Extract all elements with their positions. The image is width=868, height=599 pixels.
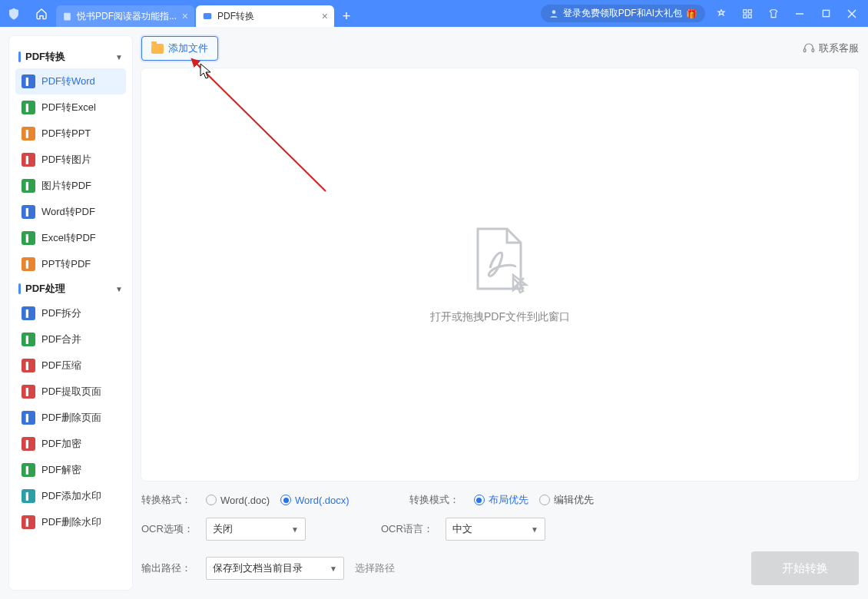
titlebar: 悦书PDF阅读器功能指... × PDF转换 × + 登录免费领取PDF和AI大… bbox=[0, 0, 868, 27]
sidebar-item[interactable]: ▌PDF转PPT bbox=[15, 121, 126, 147]
sidebar-item[interactable]: ▌PDF转图片 bbox=[15, 147, 126, 173]
ocr-option-label: OCR选项： bbox=[141, 522, 195, 536]
extension-icon[interactable] bbox=[710, 4, 733, 23]
sidebar-item-label: PDF转Excel bbox=[41, 101, 96, 114]
promo-text: 登录免费领取PDF和AI大礼包 bbox=[563, 7, 682, 20]
sidebar-item-label: PDF删除页面 bbox=[41, 411, 101, 425]
promo-banner[interactable]: 登录免费领取PDF和AI大礼包 🎁 bbox=[541, 5, 705, 22]
radio-edit-priority[interactable]: 编辑优先 bbox=[539, 493, 594, 507]
sidebar-section-header[interactable]: PDF转换▼ bbox=[15, 45, 126, 68]
sidebar-item-label: Word转PDF bbox=[41, 205, 95, 219]
sidebar-section-header[interactable]: PDF处理▼ bbox=[15, 277, 126, 300]
sidebar: PDF转换▼▌PDF转Word▌PDF转Excel▌PDF转PPT▌PDF转图片… bbox=[9, 36, 132, 590]
chevron-down-icon: ▼ bbox=[330, 564, 337, 573]
tab-close-icon[interactable]: × bbox=[182, 10, 188, 22]
svg-rect-8 bbox=[823, 10, 829, 16]
gift-icon: 🎁 bbox=[686, 8, 697, 19]
sidebar-item-label: PDF合并 bbox=[41, 333, 81, 346]
home-button[interactable] bbox=[30, 4, 53, 23]
sidebar-item[interactable]: ▌PDF删除水印 bbox=[15, 509, 126, 535]
start-convert-button[interactable]: 开始转换 bbox=[751, 551, 859, 585]
svg-rect-5 bbox=[744, 15, 747, 18]
file-type-icon: ▌ bbox=[22, 101, 35, 114]
file-type-icon: ▌ bbox=[22, 385, 35, 399]
folder-icon bbox=[151, 44, 164, 54]
main-panel: 添加文件 联系客服 打开或拖拽PDF文件到此窗口 bbox=[141, 36, 859, 590]
sidebar-item-label: PPT转PDF bbox=[41, 257, 91, 271]
sidebar-item-label: Excel转PDF bbox=[41, 231, 96, 245]
sidebar-item-label: PDF压缩 bbox=[41, 359, 81, 372]
choose-path-link[interactable]: 选择路径 bbox=[355, 561, 395, 575]
tab-bar: 悦书PDF阅读器功能指... × PDF转换 × + bbox=[56, 0, 357, 27]
svg-rect-0 bbox=[64, 12, 71, 20]
contact-support[interactable]: 联系客服 bbox=[803, 41, 859, 55]
file-type-icon: ▌ bbox=[22, 306, 35, 320]
file-type-icon: ▌ bbox=[22, 411, 35, 425]
drop-hint: 打开或拖拽PDF文件到此窗口 bbox=[430, 310, 570, 324]
tab-title: 悦书PDF阅读器功能指... bbox=[77, 10, 177, 23]
sidebar-item[interactable]: ▌PDF合并 bbox=[15, 326, 126, 352]
sidebar-item[interactable]: ▌PDF拆分 bbox=[15, 300, 126, 326]
radio-word-docx[interactable]: Word(.docx) bbox=[280, 495, 350, 506]
sidebar-item-label: PDF拆分 bbox=[41, 306, 81, 320]
apps-icon[interactable] bbox=[736, 4, 759, 23]
tab-pdf-convert[interactable]: PDF转换 × bbox=[196, 5, 334, 27]
ocr-lang-select[interactable]: 中文▼ bbox=[446, 518, 545, 541]
sidebar-item[interactable]: ▌PDF转Word bbox=[15, 68, 126, 94]
chevron-down-icon: ▼ bbox=[291, 525, 299, 534]
sidebar-item[interactable]: ▌Word转PDF bbox=[15, 199, 126, 225]
sidebar-item-label: 图片转PDF bbox=[41, 179, 91, 193]
sidebar-item[interactable]: ▌PDF提取页面 bbox=[15, 379, 126, 405]
sidebar-item[interactable]: ▌PDF压缩 bbox=[15, 352, 126, 379]
add-file-label: 添加文件 bbox=[168, 41, 208, 55]
ocr-option-select[interactable]: 关闭▼ bbox=[206, 518, 306, 541]
file-type-icon: ▌ bbox=[22, 205, 35, 219]
sidebar-item[interactable]: ▌PDF加密 bbox=[15, 431, 126, 457]
file-type-icon: ▌ bbox=[22, 231, 35, 245]
ocr-lang-label: OCR语言： bbox=[381, 522, 435, 536]
new-tab-button[interactable]: + bbox=[336, 5, 357, 27]
sidebar-item-label: PDF添加水印 bbox=[41, 489, 101, 503]
sidebar-item-label: PDF转Word bbox=[41, 74, 95, 88]
mode-label: 转换模式： bbox=[409, 493, 463, 507]
file-type-icon: ▌ bbox=[22, 437, 35, 451]
radio-layout-priority[interactable]: 布局优先 bbox=[474, 493, 528, 507]
sidebar-item[interactable]: ▌PPT转PDF bbox=[15, 251, 126, 277]
skin-icon[interactable] bbox=[762, 4, 785, 23]
sidebar-item[interactable]: ▌PDF删除页面 bbox=[15, 405, 126, 431]
sidebar-item-label: PDF提取页面 bbox=[41, 385, 101, 399]
file-type-icon: ▌ bbox=[22, 489, 35, 503]
close-button[interactable] bbox=[840, 4, 863, 23]
file-type-icon: ▌ bbox=[22, 515, 35, 529]
tab-document[interactable]: 悦书PDF阅读器功能指... × bbox=[56, 5, 194, 27]
pdf-file-icon bbox=[470, 226, 530, 295]
options-form: 转换格式： Word(.doc) Word(.docx) 转换模式： 布局优先 … bbox=[141, 488, 859, 590]
chevron-down-icon: ▼ bbox=[115, 285, 123, 293]
file-type-icon: ▌ bbox=[22, 74, 35, 88]
file-type-icon: ▌ bbox=[22, 127, 35, 141]
support-label: 联系客服 bbox=[819, 41, 859, 55]
sidebar-item[interactable]: ▌图片转PDF bbox=[15, 173, 126, 199]
file-type-icon: ▌ bbox=[22, 333, 35, 346]
svg-rect-12 bbox=[812, 49, 814, 52]
format-label: 转换格式： bbox=[141, 493, 195, 507]
file-type-icon: ▌ bbox=[22, 463, 35, 477]
sidebar-item-label: PDF转PPT bbox=[41, 127, 91, 141]
chevron-down-icon: ▼ bbox=[115, 53, 123, 61]
sidebar-item[interactable]: ▌PDF转Excel bbox=[15, 94, 126, 121]
annotation-arrow bbox=[180, 53, 333, 207]
drop-zone[interactable]: 打开或拖拽PDF文件到此窗口 bbox=[141, 68, 859, 481]
minimize-button[interactable] bbox=[788, 4, 811, 23]
output-path-select[interactable]: 保存到文档当前目录▼ bbox=[206, 557, 344, 580]
sidebar-item[interactable]: ▌PDF添加水印 bbox=[15, 483, 126, 509]
maximize-button[interactable] bbox=[814, 4, 837, 23]
file-type-icon: ▌ bbox=[22, 179, 35, 193]
sidebar-item[interactable]: ▌Excel转PDF bbox=[15, 225, 126, 251]
svg-rect-11 bbox=[803, 49, 806, 52]
chevron-down-icon: ▼ bbox=[531, 525, 538, 534]
tab-close-icon[interactable]: × bbox=[322, 10, 328, 22]
svg-rect-4 bbox=[748, 9, 751, 12]
radio-word-doc[interactable]: Word(.doc) bbox=[206, 495, 270, 506]
sidebar-item[interactable]: ▌PDF解密 bbox=[15, 457, 126, 483]
add-file-button[interactable]: 添加文件 bbox=[141, 36, 218, 61]
